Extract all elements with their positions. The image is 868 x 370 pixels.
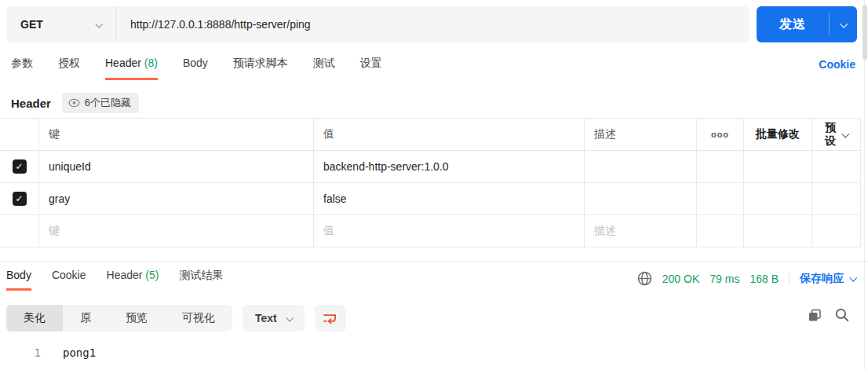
soft-wrap-icon	[323, 313, 337, 324]
status-badge: 200 OK	[662, 273, 699, 285]
new-key-field[interactable]: 键	[39, 215, 314, 247]
row-key-field[interactable]: gray	[39, 183, 314, 215]
response-body-viewer: 1 pong1	[0, 341, 861, 365]
header-table: 键 值 描述 ooo 批量修改 预设 uniqueId backend-http…	[0, 118, 861, 247]
view-mode-preview[interactable]: 预览	[108, 305, 165, 332]
row-cell-empty	[697, 183, 744, 215]
hidden-badge-label: 6个已隐藏	[85, 96, 131, 110]
chevron-down-icon	[95, 20, 103, 27]
cookie-link[interactable]: Cookie	[819, 58, 855, 71]
batch-edit-button[interactable]: 批量修改	[744, 119, 812, 151]
soft-wrap-button[interactable]	[315, 305, 346, 332]
scrollbar-thumb[interactable]	[863, 5, 867, 60]
method-label: GET	[20, 18, 43, 31]
eye-icon	[68, 98, 80, 108]
new-desc-field[interactable]: 描述	[585, 215, 697, 247]
row-cell-empty	[697, 215, 744, 247]
request-tabs: 参数 授权 Header (8) Body 预请求脚本 测试 设置	[11, 57, 382, 80]
view-mode-segmented-control: 美化 原 预览 可视化	[6, 305, 232, 332]
tab-header[interactable]: Header (8)	[105, 57, 158, 80]
resp-tab-header[interactable]: Header (5)	[107, 269, 159, 291]
table-row-checkbox-cell	[0, 183, 39, 215]
response-actions	[808, 308, 849, 322]
chevron-down-icon	[849, 274, 857, 282]
globe-icon	[637, 271, 652, 286]
send-options-caret[interactable]	[830, 6, 857, 42]
format-label: Text	[255, 312, 277, 324]
send-button[interactable]: 发送	[757, 6, 857, 42]
search-icon[interactable]	[835, 308, 849, 322]
row-desc-field[interactable]	[585, 151, 697, 183]
chevron-down-icon	[840, 20, 848, 27]
response-meta: 200 OK 79 ms 168 B 保存响应	[637, 271, 855, 286]
table-row-checkbox-cell	[0, 151, 39, 183]
row-cell-empty	[697, 151, 744, 183]
chevron-down-icon	[841, 130, 849, 137]
row-value-field[interactable]: false	[314, 183, 585, 215]
format-dropdown[interactable]: Text	[243, 305, 305, 332]
api-client-window: GET http://127.0.0.1:8888/http-server/pi…	[0, 0, 868, 370]
col-desc: 描述	[585, 119, 697, 151]
resp-tab-cookie[interactable]: Cookie	[52, 269, 86, 291]
header-count-badge: (8)	[144, 57, 158, 69]
header-meta: Header 6个已隐藏	[11, 93, 139, 113]
url-input[interactable]: http://127.0.0.1:8888/http-server/ping	[116, 6, 749, 42]
line-number: 1	[0, 341, 41, 365]
response-body-text: pong1	[63, 341, 96, 365]
view-mode-visualize[interactable]: 可视化	[165, 305, 232, 332]
preset-label: 预设	[825, 121, 837, 148]
send-label: 发送	[757, 6, 829, 42]
view-mode-pretty[interactable]: 美化	[6, 305, 63, 332]
tab-auth[interactable]: 授权	[58, 57, 80, 80]
row-cell-empty	[744, 215, 812, 247]
col-key: 键	[39, 119, 314, 151]
col-checkbox	[0, 119, 39, 151]
row-cell-empty	[812, 151, 861, 183]
response-time: 79 ms	[709, 273, 739, 285]
resp-tab-test-results[interactable]: 测试结果	[179, 269, 223, 291]
tab-settings[interactable]: 设置	[360, 57, 382, 80]
table-row-checkbox-cell	[0, 215, 39, 247]
col-value: 值	[314, 119, 585, 151]
response-tabs: Body Cookie Header (5) 测试结果	[6, 269, 223, 291]
section-divider	[0, 261, 868, 262]
preset-dropdown[interactable]: 预设	[812, 119, 861, 151]
meta-divider	[789, 273, 790, 285]
row-cell-empty	[812, 215, 861, 247]
view-mode-raw[interactable]: 原	[63, 305, 108, 332]
row-checkbox[interactable]	[13, 159, 27, 174]
row-cell-empty	[744, 183, 812, 215]
tab-body[interactable]: Body	[183, 57, 208, 80]
save-response-button[interactable]: 保存响应	[800, 272, 855, 286]
response-size: 168 B	[749, 273, 779, 285]
tab-pre-request-script[interactable]: 预请求脚本	[233, 57, 288, 80]
method-dropdown[interactable]: GET	[6, 6, 116, 42]
request-bar: GET http://127.0.0.1:8888/http-server/pi…	[6, 6, 749, 42]
row-desc-field[interactable]	[585, 183, 697, 215]
row-key-field[interactable]: uniqueId	[39, 151, 314, 183]
tab-tests[interactable]: 测试	[313, 57, 335, 80]
chevron-down-icon	[286, 313, 294, 321]
copy-icon[interactable]	[808, 309, 822, 322]
response-toolbar: 美化 原 预览 可视化 Text	[6, 305, 346, 332]
more-options-icon[interactable]: ooo	[697, 119, 744, 151]
header-section-title: Header	[11, 97, 51, 110]
row-value-field[interactable]: backend-http-server:1.0.0	[314, 151, 585, 183]
row-cell-empty	[812, 183, 861, 215]
row-checkbox[interactable]	[13, 192, 27, 206]
row-cell-empty	[744, 151, 812, 183]
resp-header-count-badge: (5)	[145, 269, 159, 281]
tab-params[interactable]: 参数	[11, 57, 33, 80]
resp-tab-body[interactable]: Body	[6, 269, 31, 291]
url-value: http://127.0.0.1:8888/http-server/ping	[130, 18, 311, 31]
hidden-headers-toggle[interactable]: 6个已隐藏	[62, 93, 139, 113]
save-response-label: 保存响应	[800, 272, 844, 286]
new-value-field[interactable]: 值	[314, 215, 585, 247]
